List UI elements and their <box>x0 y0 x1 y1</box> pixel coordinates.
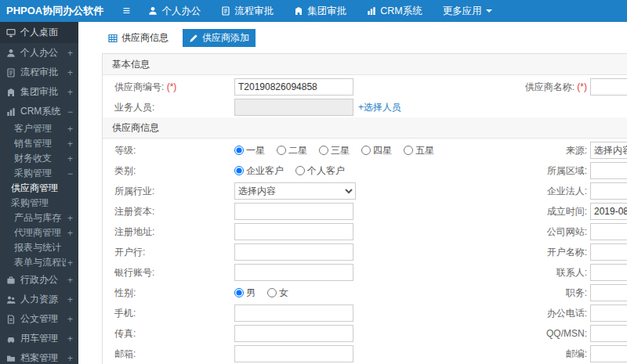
sidebar-item-label: 表单与流程设置 <box>14 256 66 269</box>
field-label: 手机: <box>103 307 234 320</box>
form-panel: 基本信息供应商编号: (*)供应商名称: (*)业务人员:+选择人员供应商信息等… <box>102 53 627 364</box>
text-input[interactable] <box>234 243 353 261</box>
sidebar-item-label: 公文管理 <box>20 312 66 326</box>
sidebar-item[interactable]: 产品与库存+ <box>0 211 78 225</box>
sidebar-item[interactable]: 集团审批+ <box>0 82 78 102</box>
sidebar-item[interactable]: 客户管理+ <box>0 121 78 136</box>
radio-label: 个人客户 <box>307 164 345 178</box>
menu-toggle-icon[interactable]: ≡ <box>114 0 138 22</box>
sidebar-item[interactable]: 销售管理+ <box>0 136 78 151</box>
folder-icon <box>6 354 16 363</box>
tab-bar: 供应商信息供应商添加 <box>78 22 627 53</box>
field-label: 联系人: <box>509 266 587 279</box>
sidebar-item-label: 集团审批 <box>20 85 66 99</box>
text-input[interactable] <box>234 203 353 220</box>
text-input[interactable] <box>590 162 627 179</box>
expand-plus-icon: + <box>67 67 73 78</box>
sidebar-item-label: 个人办公 <box>20 46 66 59</box>
text-input[interactable] <box>590 264 627 281</box>
text-input[interactable] <box>590 182 627 200</box>
sidebar-item[interactable]: 档案管理+ <box>0 348 78 364</box>
radio-input[interactable] <box>234 146 244 155</box>
select-input[interactable]: 选择内容 <box>234 182 356 200</box>
tab-1[interactable]: 供应商添加 <box>183 29 256 47</box>
radio-input[interactable] <box>361 146 371 155</box>
topbar-nav-item-0[interactable]: 个人办公 <box>138 0 211 22</box>
field-control <box>234 243 509 261</box>
required-marker: (*) <box>574 81 587 92</box>
sidebar-item[interactable]: 财务收支+ <box>0 151 78 166</box>
sidebar-item[interactable]: 采购管理− <box>0 166 78 181</box>
radio-option[interactable]: 三星 <box>319 144 350 157</box>
select-input[interactable]: 选择内容 <box>590 142 627 159</box>
text-input[interactable] <box>234 264 353 281</box>
text-input[interactable] <box>590 305 627 322</box>
sidebar-item[interactable]: 个人桌面 <box>0 22 78 43</box>
expand-plus-icon: + <box>67 275 73 286</box>
topbar-nav-item-3[interactable]: CRM系统 <box>357 0 432 22</box>
radio-input[interactable] <box>234 288 244 297</box>
radio-input[interactable] <box>295 166 305 175</box>
sidebar-item[interactable]: 报表与统计 <box>0 240 78 255</box>
sidebar-item[interactable]: 采购管理 <box>0 196 78 211</box>
field-label: 供应商编号: (*) <box>103 81 234 94</box>
radio-input[interactable] <box>319 146 328 155</box>
desktop-icon <box>6 28 16 38</box>
text-input[interactable] <box>590 243 627 261</box>
text-input[interactable] <box>590 203 627 220</box>
radio-input[interactable] <box>234 166 244 175</box>
choose-person-link[interactable]: +选择人员 <box>358 101 401 114</box>
text-input[interactable] <box>590 223 627 240</box>
topbar-nav-item-4[interactable]: 更多应用 <box>433 0 502 22</box>
radio-option[interactable]: 企业客户 <box>234 164 284 178</box>
radio-option[interactable]: 四星 <box>361 144 392 157</box>
field-label: 开户行: <box>103 246 234 259</box>
form-row: 邮箱:邮编: <box>103 344 627 364</box>
field-control <box>590 223 627 240</box>
text-input[interactable] <box>234 99 353 116</box>
sidebar: 个人桌面个人办公+流程审批+集团审批+CRM系统−客户管理+销售管理+财务收支+… <box>0 22 78 364</box>
form-row: 类别:企业客户个人客户所属区域: <box>103 160 627 181</box>
sidebar-item[interactable]: 行政办公+ <box>0 270 78 290</box>
sidebar-item[interactable]: 供应商管理 <box>0 181 78 196</box>
radio-option[interactable]: 个人客户 <box>295 164 345 178</box>
sidebar-item[interactable]: 人力资源+ <box>0 290 78 309</box>
sidebar-item[interactable]: 个人办公+ <box>0 43 78 63</box>
radio-input[interactable] <box>267 288 277 297</box>
expand-plus-icon: + <box>67 314 73 325</box>
sidebar-item-label: 流程审批 <box>20 66 66 79</box>
topbar-nav-item-1[interactable]: 流程审批 <box>211 0 284 22</box>
tab-0[interactable]: 供应商信息 <box>102 29 175 47</box>
radio-option[interactable]: 二星 <box>277 144 307 157</box>
radio-label: 二星 <box>288 144 307 157</box>
text-input[interactable] <box>590 325 627 342</box>
text-input[interactable] <box>234 78 353 96</box>
field-control <box>234 203 509 220</box>
radio-input[interactable] <box>277 146 286 155</box>
text-input[interactable] <box>234 325 353 342</box>
radio-option[interactable]: 五星 <box>404 144 434 157</box>
topbar-nav-item-2[interactable]: 集团审批 <box>284 0 357 22</box>
text-input[interactable] <box>590 345 627 362</box>
sidebar-item[interactable]: 公文管理+ <box>0 309 78 329</box>
sidebar-item[interactable]: 表单与流程设置+ <box>0 255 78 270</box>
form-row: 业务人员:+选择人员 <box>103 97 627 117</box>
text-input[interactable] <box>590 78 627 96</box>
radio-option[interactable]: 女 <box>267 287 288 300</box>
radio-option[interactable]: 男 <box>234 287 256 300</box>
sidebar-item[interactable]: 流程审批+ <box>0 63 78 82</box>
radio-option[interactable]: 一星 <box>234 144 265 157</box>
sidebar-item-label: CRM系统 <box>20 105 66 118</box>
field-control <box>590 203 627 220</box>
sidebar-item[interactable]: 用车管理+ <box>0 329 78 348</box>
expand-plus-icon: + <box>67 353 73 364</box>
radio-input[interactable] <box>404 146 413 155</box>
sidebar-item[interactable]: 代理商管理+ <box>0 225 78 240</box>
text-input[interactable] <box>234 305 353 322</box>
form-row: 银行账号:联系人: <box>103 262 627 283</box>
text-input[interactable] <box>590 284 627 301</box>
text-input[interactable] <box>234 345 353 362</box>
text-input[interactable] <box>234 223 353 240</box>
form-row: 供应商编号: (*)供应商名称: (*) <box>103 77 627 97</box>
sidebar-item[interactable]: CRM系统− <box>0 102 78 121</box>
